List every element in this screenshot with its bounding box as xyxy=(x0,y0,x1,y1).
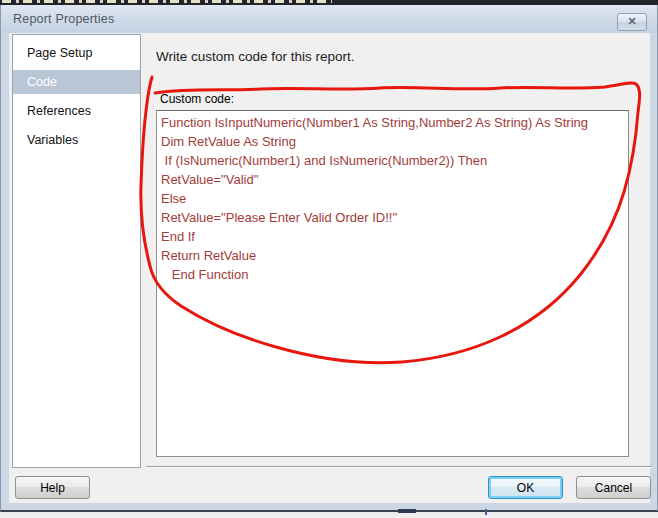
close-icon[interactable]: ✕ xyxy=(617,13,647,31)
dialog-titlebar[interactable]: Report Properties ✕ xyxy=(1,5,657,33)
background-bottom-mark xyxy=(398,509,416,513)
footer-separator xyxy=(146,466,652,468)
custom-code-input[interactable]: Function IsInputNumeric(Number1 As Strin… xyxy=(156,110,629,457)
page-heading: Write custom code for this report. xyxy=(156,49,355,64)
ok-button[interactable]: OK xyxy=(488,476,563,499)
help-button[interactable]: Help xyxy=(15,476,90,499)
dialog-title: Report Properties xyxy=(13,12,114,26)
background-bottom-strip xyxy=(0,514,658,518)
sidebar-item-page-setup[interactable]: Page Setup xyxy=(13,41,140,65)
background-bottom-tick xyxy=(485,509,487,515)
custom-code-label: Custom code: xyxy=(160,92,234,106)
sidebar-nav: Page Setup Code References Variables xyxy=(12,34,141,468)
cancel-button[interactable]: Cancel xyxy=(576,476,651,499)
sidebar-item-variables[interactable]: Variables xyxy=(13,128,140,152)
dialog-client-area: Page Setup Code References Variables Wri… xyxy=(9,33,650,503)
background-window-tabs xyxy=(2,0,332,3)
report-properties-dialog: Report Properties ✕ Page Setup Code Refe… xyxy=(0,5,658,512)
sidebar-item-code[interactable]: Code xyxy=(13,70,140,94)
sidebar-item-references[interactable]: References xyxy=(13,99,140,123)
